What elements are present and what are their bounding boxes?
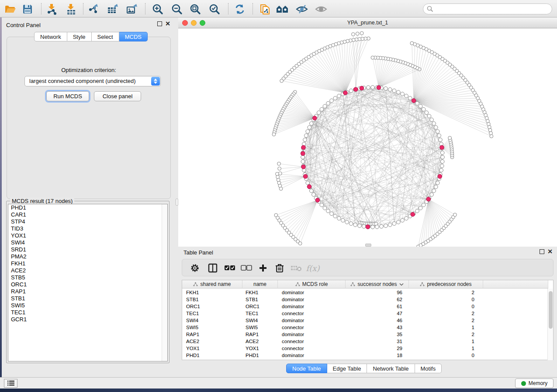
list-item[interactable]: PMA2 [8,253,167,260]
mcds-panel-body: Optimization criterion: largest connecte… [7,37,171,199]
table-row[interactable]: ACE2ACE2connector311 [182,338,547,345]
column-header-predecessor-nodes[interactable]: predecessor nodes [409,280,483,289]
open-file-icon[interactable] [3,3,17,15]
list-item[interactable]: PHD1 [8,204,167,211]
table-row[interactable]: SWI5SWI5connector431 [182,324,547,331]
list-item[interactable]: TID3 [8,225,167,232]
mcds-node[interactable] [377,86,381,90]
list-item[interactable]: STP4 [8,218,167,225]
delete-column-icon[interactable] [273,262,286,274]
mcds-node[interactable] [353,87,358,92]
tab-style[interactable]: Style [67,32,92,41]
table-row[interactable]: RAP1RAP1dominator352 [182,331,547,338]
list-item[interactable]: TEC1 [8,309,167,316]
tab-select[interactable]: Select [92,32,119,41]
mcds-node[interactable] [426,197,431,201]
network-window-titlebar[interactable]: YPA_prune.txt_1 [178,17,557,28]
mcds-node[interactable] [301,145,306,150]
tab-network-table[interactable]: Network Table [367,364,415,373]
memory-button[interactable]: Memory [515,378,554,388]
list-scrollbar[interactable] [162,204,167,361]
task-manager-button[interactable] [4,379,17,388]
clone-network-icon[interactable] [259,3,272,15]
table-row[interactable]: FKH1FKH1dominator962 [182,289,547,296]
list-item[interactable]: RAP1 [8,288,167,295]
list-item[interactable]: ORC1 [8,281,167,288]
zoom-fit-icon[interactable] [189,3,202,15]
column-header-shared-name[interactable]: shared name [182,280,242,289]
settings-gear-icon[interactable] [188,262,201,274]
tab-network[interactable]: Network [34,32,67,41]
export-network-icon[interactable] [87,3,100,15]
table-scrollbar[interactable] [547,289,553,360]
table-row[interactable]: TEC1TEC1connector472 [182,310,547,317]
list-item[interactable]: SRD1 [8,246,167,253]
hide-selected-icon[interactable] [295,3,308,15]
export-image-icon[interactable] [126,3,139,15]
table-row[interactable]: ORC1ORC1dominator610 [182,303,547,310]
table-row[interactable]: STB1STB1dominator620 [182,296,547,303]
list-item[interactable]: CAR1 [8,211,167,218]
list-item[interactable]: YOX1 [8,232,167,239]
memory-status-icon [521,381,526,386]
mcds-result-list[interactable]: PHD1CAR1STP4TID3YOX1SWI4SRD1PMA2FKH1ACE2… [8,204,168,361]
list-item[interactable]: STB5 [8,274,167,281]
import-table-icon[interactable] [65,3,78,15]
close-panel-icon[interactable]: ✕ [165,21,170,26]
toolbar-separator [41,3,42,14]
split-view-icon[interactable] [206,262,219,274]
mcds-node[interactable] [412,99,416,103]
mcds-node[interactable] [301,165,306,169]
list-item[interactable]: FKH1 [8,260,167,267]
tab-mcds[interactable]: MCDS [119,32,148,41]
mcds-node[interactable] [307,185,311,189]
show-all-icon[interactable] [315,3,328,15]
list-item[interactable]: GCR1 [8,316,167,323]
list-item[interactable]: SWI4 [8,239,167,246]
tab-edge-table[interactable]: Edge Table [327,364,367,373]
float-panel-icon[interactable] [157,21,162,26]
mcds-node[interactable] [438,174,442,179]
mcds-node[interactable] [360,86,364,90]
import-network-icon[interactable] [45,3,59,15]
search-input[interactable] [423,3,552,14]
float-panel-icon[interactable] [540,249,544,254]
mcds-node[interactable] [301,151,305,156]
horizontal-splitter-handle[interactable] [365,244,371,247]
list-item[interactable]: STB1 [8,295,167,302]
select-all-icon[interactable] [223,262,236,274]
zoom-selected-icon[interactable] [208,3,221,15]
list-item[interactable]: ACE2 [8,267,167,274]
close-panel-icon[interactable]: ✕ [547,249,553,254]
network-canvas[interactable] [178,28,557,247]
list-item[interactable]: SWI5 [8,302,167,309]
close-panel-button[interactable]: Close panel [94,91,141,101]
criterion-dropdown[interactable]: largest connected component (undirected) [24,76,161,86]
column-header-successor-nodes[interactable]: successor nodes [346,280,409,289]
table-row[interactable]: PHD1PHD1dominator180 [182,352,547,359]
mcds-node[interactable] [366,225,370,229]
column-header-MCDS-role[interactable]: MCDS role [278,280,346,289]
column-header-blank [483,280,548,289]
zoom-out-icon[interactable] [170,3,183,15]
mcds-node[interactable] [411,212,415,217]
mcds-node[interactable] [315,198,320,203]
first-neighbors-icon[interactable] [276,3,289,15]
deselect-all-icon[interactable] [240,262,253,274]
table-row[interactable]: SWI4SWI4dominator462 [182,317,547,324]
zoom-in-icon[interactable] [151,3,164,15]
mcds-node[interactable] [440,145,444,150]
mcds-node[interactable] [303,174,308,179]
save-session-icon[interactable] [21,3,34,15]
add-column-icon[interactable] [256,262,270,274]
scrollbar-thumb[interactable] [549,291,553,329]
mcds-node[interactable] [313,116,317,120]
table-row[interactable]: YOX1YOX1connector291 [182,345,547,352]
mcds-node[interactable] [343,91,348,95]
export-table-icon[interactable] [107,3,120,15]
refresh-layout-icon[interactable] [233,3,246,15]
tab-node-table[interactable]: Node Table [286,364,327,373]
tab-motifs[interactable]: Motifs [415,364,442,373]
column-header-name[interactable]: name [242,280,278,289]
run-mcds-button[interactable]: Run MCDS [46,91,89,101]
